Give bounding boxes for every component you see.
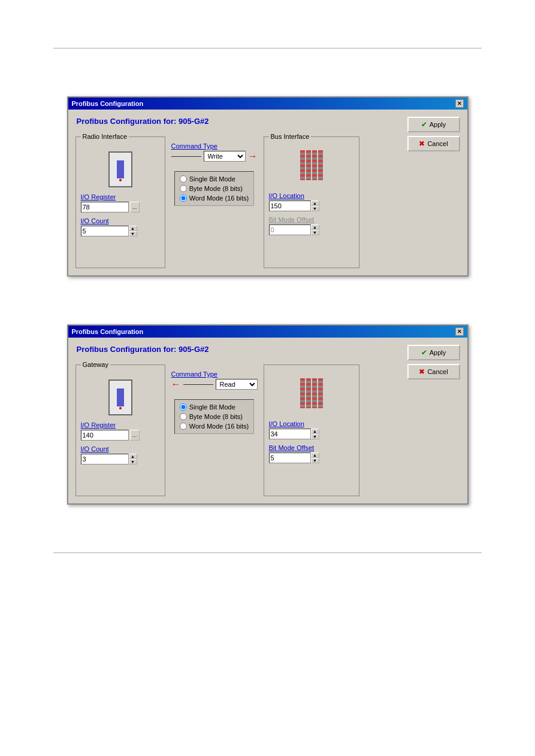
dialog1-title: Profibus Configuration (72, 100, 144, 107)
word-radio1[interactable] (180, 195, 187, 202)
io-register-input2[interactable] (81, 430, 129, 441)
dialog2: Profibus Configuration ✕ Profibus Config… (67, 324, 468, 505)
arrow-right1 (248, 151, 258, 162)
bus-strip1 (300, 150, 305, 180)
word-radio2[interactable] (180, 423, 187, 430)
io-count-input2[interactable] (81, 454, 129, 464)
bit-mode-offset-input2[interactable] (269, 453, 311, 463)
cancel-x-icon2: ✖ (419, 368, 425, 376)
cancel-button2[interactable]: ✖ Cancel (407, 364, 460, 379)
io-count-spinner2: ▲ ▼ (81, 454, 160, 464)
bus-strip2 (306, 150, 311, 180)
bit-mode-offset-btns1: ▲ ▼ (311, 224, 319, 235)
bit-mode-offset-up1[interactable]: ▲ (311, 224, 319, 230)
cmd-type-select1[interactable]: Write Read (204, 151, 246, 162)
arrow-left2 (171, 379, 181, 390)
io-register-row1: ... (81, 202, 160, 212)
bit-mode-offset-input1[interactable] (269, 224, 311, 235)
dialog2-buttons: ✔ Apply ✖ Cancel (405, 342, 463, 499)
word-label2: Word Mode (16 bits) (189, 423, 249, 430)
bit-mode-offset-spinner1: ▲ ▼ (269, 224, 354, 235)
bit-mode-offset-up2[interactable]: ▲ (311, 453, 319, 458)
dialog2-content-area: Gateway I/O Register ... I/O Count (73, 362, 400, 499)
word-option1: Word Mode (16 bits) (180, 195, 249, 202)
io-count-up1[interactable]: ▲ (129, 226, 137, 231)
bus-device-icon2 (300, 378, 323, 408)
byte-option2: Byte Mode (8 bits) (180, 413, 249, 420)
io-location-up1[interactable]: ▲ (311, 201, 319, 206)
dialog1-content-area: Radio Interface I/O Register ... I/O Cou… (73, 134, 400, 271)
apply-button1[interactable]: ✔ Apply (407, 117, 460, 132)
bit-mode-offset-label2: Bit Mode Offset (269, 444, 354, 451)
cmd-type-row2: Read Write (171, 379, 258, 390)
io-location-input2[interactable] (269, 429, 311, 439)
io-register-input1[interactable] (81, 202, 129, 212)
io-location-up2[interactable]: ▲ (311, 429, 319, 434)
io-register-label1: I/O Register (81, 193, 160, 201)
io-register-ellipsis2[interactable]: ... (130, 430, 140, 441)
io-location-input1[interactable] (269, 201, 311, 211)
io-location-wrap1: I/O Location ▲ ▼ Bit Mode Offset (269, 192, 354, 235)
io-register-row2: ... (81, 430, 160, 441)
top-divider (53, 48, 481, 48)
io-location-spinner2: ▲ ▼ (269, 429, 354, 439)
bus-interface-box: Bus Interface I/O Location (264, 136, 359, 268)
right-box2: I/O Location ▲ ▼ Bit Mode Offset (264, 365, 359, 496)
io-count-input1[interactable] (81, 226, 129, 236)
dialog1-middle: Command Type Write Read (171, 136, 258, 268)
cmd-type-select2[interactable]: Read Write (216, 379, 258, 390)
io-location-label2: I/O Location (269, 420, 354, 427)
dialog2-main: Profibus Configuration for: 905-G#2 Gate… (73, 342, 400, 499)
gateway-icon-dot (119, 407, 122, 409)
io-register-label2: I/O Register (81, 421, 160, 429)
word-label1: Word Mode (16 bits) (189, 195, 249, 202)
io-register-ellipsis1[interactable]: ... (130, 202, 140, 212)
io-location-wrap2: I/O Location ▲ ▼ Bit Mode Offset (269, 420, 354, 463)
byte-radio2[interactable] (180, 413, 187, 420)
dialog1-subtitle: Profibus Configuration for: 905-G#2 (73, 114, 400, 128)
dialog1-buttons: ✔ Apply ✖ Cancel (405, 114, 463, 271)
bit-mode-offset-down2[interactable]: ▼ (311, 458, 319, 463)
bus-strip2-3 (312, 378, 317, 408)
cmd-type-row1: Write Read (171, 151, 258, 162)
dialog2-close-button[interactable]: ✕ (455, 327, 464, 336)
cancel-label1: Cancel (427, 140, 448, 147)
io-count-label1: I/O Count (81, 217, 160, 224)
apply-label2: Apply (430, 349, 446, 356)
gateway-icon-bar (117, 388, 124, 406)
mode-radio-group2: Single Bit Mode Byte Mode (8 bits) Word … (174, 399, 254, 434)
single-bit-radio1[interactable] (180, 175, 187, 183)
io-count-down2[interactable]: ▼ (129, 459, 137, 464)
gateway-box: Gateway I/O Register ... I/O Count (75, 365, 165, 496)
dialog2-subtitle: Profibus Configuration for: 905-G#2 (73, 342, 400, 356)
io-count-down1[interactable]: ▼ (129, 231, 137, 236)
cancel-label2: Cancel (427, 368, 448, 375)
cancel-button1[interactable]: ✖ Cancel (407, 136, 460, 151)
radio-device-icon (108, 151, 132, 187)
io-count-up2[interactable]: ▲ (129, 454, 137, 459)
single-bit-radio2[interactable] (180, 403, 187, 411)
io-count-spinner-btns1: ▲ ▼ (129, 226, 137, 236)
apply-button2[interactable]: ✔ Apply (407, 345, 460, 360)
gateway-device-icon (108, 379, 132, 415)
cmd-line-left1 (171, 156, 201, 157)
cmd-type-label1: Command Type (171, 142, 217, 150)
dialog2-title: Profibus Configuration (72, 328, 144, 335)
io-location-label1: I/O Location (269, 192, 354, 199)
io-location-down1[interactable]: ▼ (311, 206, 319, 211)
cancel-x-icon1: ✖ (419, 139, 425, 148)
bus-strip2-4 (318, 378, 323, 408)
byte-option1: Byte Mode (8 bits) (180, 185, 249, 192)
apply-check-icon1: ✔ (421, 120, 427, 129)
dialog1-close-button[interactable]: ✕ (455, 99, 464, 108)
byte-radio1[interactable] (180, 185, 187, 192)
bit-mode-offset-spinner2: ▲ ▼ (269, 453, 354, 463)
bus-interface-label: Bus Interface (269, 133, 312, 140)
single-bit-option1: Single Bit Mode (180, 175, 249, 183)
bit-mode-offset-down1[interactable]: ▼ (311, 230, 319, 235)
bus-strip2-2 (306, 378, 311, 408)
io-location-down2[interactable]: ▼ (311, 434, 319, 439)
bus-strip3 (312, 150, 317, 180)
apply-check-icon2: ✔ (421, 348, 427, 357)
bus-device-icon (300, 150, 323, 180)
